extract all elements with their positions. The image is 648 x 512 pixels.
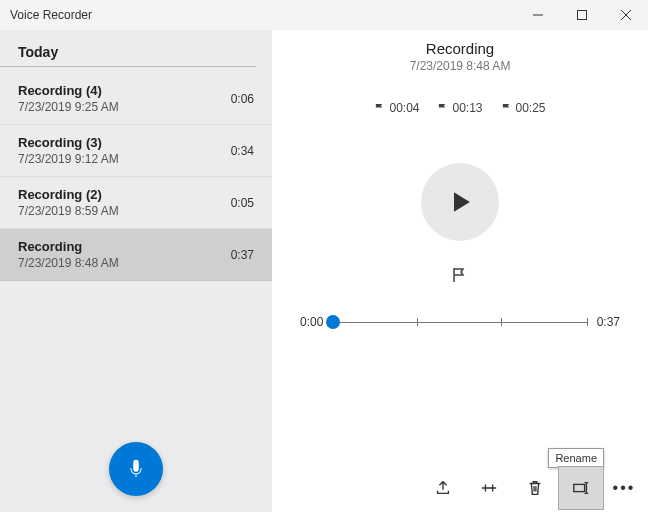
rename-icon <box>572 479 590 497</box>
recording-duration: 0:37 <box>231 248 254 262</box>
timeline-tick <box>417 318 418 326</box>
recording-item[interactable]: Recording (2)7/23/2019 8:59 AM0:05 <box>0 177 272 229</box>
recording-duration: 0:05 <box>231 196 254 210</box>
trim-button[interactable] <box>466 466 512 510</box>
recording-item[interactable]: Recording7/23/2019 8:48 AM0:37 <box>0 229 272 281</box>
flag-icon <box>451 267 467 283</box>
delete-button[interactable] <box>512 466 558 510</box>
flag-icon <box>374 103 385 114</box>
group-header-today: Today <box>0 30 256 67</box>
recording-title: Recording (2) <box>18 187 254 202</box>
timeline: 0:00 0:37 <box>300 315 620 329</box>
marker[interactable]: 00:25 <box>501 101 546 115</box>
svg-rect-1 <box>578 11 587 20</box>
record-button[interactable] <box>109 442 163 496</box>
recording-item[interactable]: Recording (3)7/23/2019 9:12 AM0:34 <box>0 125 272 177</box>
recording-timestamp: 7/23/2019 8:48 AM <box>18 256 254 270</box>
rename-tooltip: Rename <box>548 448 604 468</box>
window-titlebar: Voice Recorder <box>0 0 648 30</box>
app-title: Voice Recorder <box>10 8 92 22</box>
close-button[interactable] <box>604 0 648 30</box>
more-button[interactable]: ••• <box>604 466 644 510</box>
recording-title: Recording <box>18 239 254 254</box>
flag-icon <box>437 103 448 114</box>
detail-title: Recording <box>426 40 494 57</box>
timeline-track[interactable] <box>333 315 586 329</box>
recordings-sidebar: Today Recording (4)7/23/2019 9:25 AM0:06… <box>0 30 272 512</box>
flag-icon <box>501 103 512 114</box>
play-button[interactable] <box>421 163 499 241</box>
marker-time: 00:13 <box>452 101 482 115</box>
recording-timestamp: 7/23/2019 9:25 AM <box>18 100 254 114</box>
trash-icon <box>526 479 544 497</box>
marker-time: 00:04 <box>389 101 419 115</box>
microphone-icon <box>125 458 147 480</box>
add-marker-button[interactable] <box>451 267 469 285</box>
marker[interactable]: 00:04 <box>374 101 419 115</box>
recording-timestamp: 7/23/2019 9:12 AM <box>18 152 254 166</box>
rename-button[interactable] <box>558 466 604 510</box>
recording-timestamp: 7/23/2019 8:59 AM <box>18 204 254 218</box>
timeline-thumb[interactable] <box>326 315 340 329</box>
svg-marker-4 <box>455 194 468 210</box>
recording-duration: 0:34 <box>231 144 254 158</box>
maximize-button[interactable] <box>560 0 604 30</box>
svg-rect-5 <box>574 484 585 491</box>
share-button[interactable] <box>420 466 466 510</box>
minimize-button[interactable] <box>516 0 560 30</box>
timeline-position: 0:00 <box>300 315 323 329</box>
timeline-tick <box>501 318 502 326</box>
marker-time: 00:25 <box>516 101 546 115</box>
timeline-tick <box>587 318 588 326</box>
detail-timestamp: 7/23/2019 8:48 AM <box>410 59 511 73</box>
detail-pane: Recording 7/23/2019 8:48 AM 00:0400:1300… <box>272 30 648 512</box>
markers-row: 00:0400:1300:25 <box>374 101 545 115</box>
recording-title: Recording (3) <box>18 135 254 150</box>
timeline-total: 0:37 <box>597 315 620 329</box>
share-icon <box>434 479 452 497</box>
marker[interactable]: 00:13 <box>437 101 482 115</box>
ellipsis-icon: ••• <box>613 479 636 497</box>
trim-icon <box>480 479 498 497</box>
play-icon <box>448 190 472 214</box>
recording-item[interactable]: Recording (4)7/23/2019 9:25 AM0:06 <box>0 73 272 125</box>
recording-title: Recording (4) <box>18 83 254 98</box>
recording-duration: 0:06 <box>231 92 254 106</box>
detail-toolbar: Rename ••• <box>272 464 648 512</box>
